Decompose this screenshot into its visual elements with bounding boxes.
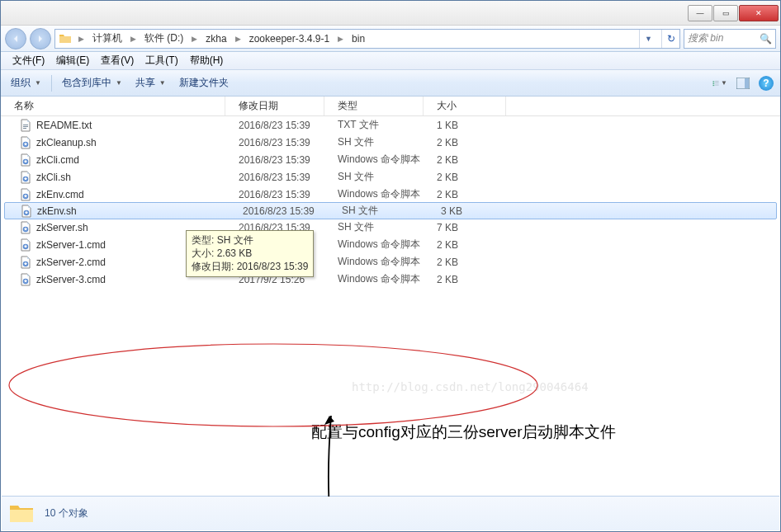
maximize-button[interactable]: ▭: [713, 5, 738, 21]
include-library-button[interactable]: 包含到库中▼: [59, 73, 125, 92]
file-type: Windows 命令脚本: [324, 238, 424, 252]
file-name: zkEnv.cmd: [36, 189, 84, 200]
file-size: 7 KB: [424, 222, 506, 233]
menu-file[interactable]: 文件(F): [7, 52, 50, 69]
share-button[interactable]: 共享▼: [132, 73, 169, 92]
file-list[interactable]: http://blog.csdn.net/long290046464 READM…: [1, 116, 780, 497]
svg-rect-0: [712, 81, 714, 82]
file-name: zkServer-3.cmd: [36, 274, 106, 285]
file-row[interactable]: README.txt2016/8/23 15:39TXT 文件1 KB: [1, 116, 780, 134]
breadcrumb[interactable]: zkha: [204, 33, 228, 45]
svg-rect-7: [745, 78, 749, 88]
search-placeholder: 搜索 bin: [688, 31, 723, 45]
header-type[interactable]: 类型: [324, 97, 424, 115]
breadcrumb[interactable]: 软件 (D:): [143, 31, 185, 45]
file-row[interactable]: zkServer-3.cmd2017/9/2 15:26Windows 命令脚本…: [1, 271, 780, 288]
chevron-right-icon: ▶: [189, 35, 200, 43]
file-type: TXT 文件: [324, 118, 424, 132]
menu-edit[interactable]: 编辑(E): [51, 52, 94, 69]
organize-button[interactable]: 组织▼: [7, 73, 45, 92]
file-row[interactable]: zkCli.sh2016/8/23 15:39SH 文件2 KB: [1, 168, 780, 186]
address-bar[interactable]: ▶ 计算机 ▶ 软件 (D:) ▶ zkha ▶ zookeeper-3.4.9…: [54, 29, 680, 49]
file-size: 2 KB: [424, 239, 506, 251]
file-type: Windows 命令脚本: [324, 153, 424, 167]
navbar: ▶ 计算机 ▶ 软件 (D:) ▶ zkha ▶ zookeeper-3.4.9…: [1, 26, 780, 52]
file-row[interactable]: zkServer.sh2016/8/23 15:39SH 文件7 KB: [1, 219, 780, 236]
close-button[interactable]: ✕: [739, 5, 779, 21]
chevron-right-icon: ▶: [76, 35, 87, 43]
file-type: Windows 命令脚本: [324, 187, 424, 201]
refresh-button[interactable]: ↻: [661, 30, 679, 48]
svg-rect-2: [712, 82, 714, 83]
menu-help[interactable]: 帮助(H): [185, 52, 229, 69]
breadcrumb[interactable]: bin: [350, 33, 367, 45]
file-size: 2 KB: [424, 154, 506, 166]
breadcrumb[interactable]: zookeeper-3.4.9-1: [248, 33, 331, 45]
file-name: README.txt: [36, 120, 92, 131]
search-icon[interactable]: 🔍: [760, 33, 772, 45]
status-count: 10 个对象: [45, 506, 88, 520]
titlebar: — ▭ ✕: [1, 1, 780, 26]
file-icon: [19, 136, 32, 149]
file-icon: [19, 221, 32, 234]
breadcrumb[interactable]: 计算机: [91, 31, 124, 45]
help-icon[interactable]: ?: [759, 76, 774, 91]
file-name: zkCli.sh: [36, 172, 71, 183]
preview-pane-button[interactable]: [736, 76, 750, 91]
file-type: SH 文件: [329, 204, 428, 218]
file-type: SH 文件: [324, 220, 424, 234]
forward-button[interactable]: [30, 28, 51, 49]
file-type: Windows 命令脚本: [324, 272, 424, 286]
svg-rect-9: [23, 125, 28, 125]
back-button[interactable]: [5, 28, 26, 49]
toolbar: 组织▼ 包含到库中▼ 共享▼ 新建文件夹 ▼ ?: [1, 70, 780, 97]
file-row[interactable]: zkEnv.sh2016/8/23 15:39SH 文件3 KB: [4, 202, 777, 219]
file-icon: [19, 256, 32, 269]
file-icon: [19, 171, 32, 184]
file-date: 2016/8/23 15:39: [225, 120, 324, 131]
header-name[interactable]: 名称: [1, 97, 225, 115]
chevron-right-icon: ▶: [335, 35, 346, 43]
file-size: 2 KB: [424, 257, 506, 268]
annotation-text: 配置与config对应的三份server启动脚本文件: [311, 421, 617, 443]
tooltip-date: 修改日期: 2016/8/23 15:39: [192, 260, 308, 273]
file-row[interactable]: zkServer-1.cmdWindows 命令脚本2 KB: [1, 236, 780, 253]
file-icon: [19, 153, 32, 167]
history-dropdown[interactable]: ▼: [639, 30, 657, 48]
file-date: 2016/8/23 15:39: [225, 137, 324, 148]
separator: [51, 75, 52, 92]
view-mode-button[interactable]: ▼: [712, 76, 727, 91]
menu-view[interactable]: 查看(V): [96, 52, 139, 69]
file-row[interactable]: zkServer-2.cmdWindows 命令脚本2 KB: [1, 253, 780, 271]
file-type: SH 文件: [324, 170, 424, 184]
file-name: zkServer.sh: [36, 222, 88, 233]
file-size: 2 KB: [424, 137, 506, 148]
search-input[interactable]: 搜索 bin 🔍: [684, 29, 776, 49]
file-icon: [19, 238, 32, 252]
minimize-button[interactable]: —: [688, 5, 712, 21]
file-icon: [19, 273, 32, 286]
svg-rect-4: [712, 84, 714, 85]
statusbar: 10 个对象: [2, 496, 779, 530]
file-date: 2016/8/23 15:39: [225, 189, 324, 200]
file-icon: [20, 205, 33, 218]
file-size: 2 KB: [424, 274, 506, 285]
svg-point-8: [9, 344, 537, 426]
file-type: SH 文件: [324, 135, 424, 149]
new-folder-button[interactable]: 新建文件夹: [176, 73, 232, 92]
file-size: 3 KB: [428, 205, 510, 217]
header-size[interactable]: 大小: [424, 97, 506, 115]
chevron-right-icon: ▶: [128, 35, 139, 43]
header-date[interactable]: 修改日期: [225, 97, 324, 115]
svg-rect-10: [23, 126, 28, 127]
watermark: http://blog.csdn.net/long290046464: [352, 380, 589, 393]
file-row[interactable]: zkCleanup.sh2016/8/23 15:39SH 文件2 KB: [1, 134, 780, 151]
file-date: 2016/8/23 15:39: [225, 172, 324, 183]
file-row[interactable]: zkEnv.cmd2016/8/23 15:39Windows 命令脚本2 KB: [1, 186, 780, 203]
file-name: zkEnv.sh: [37, 205, 77, 217]
file-icon: [19, 188, 32, 201]
file-row[interactable]: zkCli.cmd2016/8/23 15:39Windows 命令脚本2 KB: [1, 151, 780, 168]
file-name: zkCleanup.sh: [36, 137, 97, 148]
menu-tools[interactable]: 工具(T): [140, 52, 182, 69]
file-icon: [19, 119, 32, 132]
